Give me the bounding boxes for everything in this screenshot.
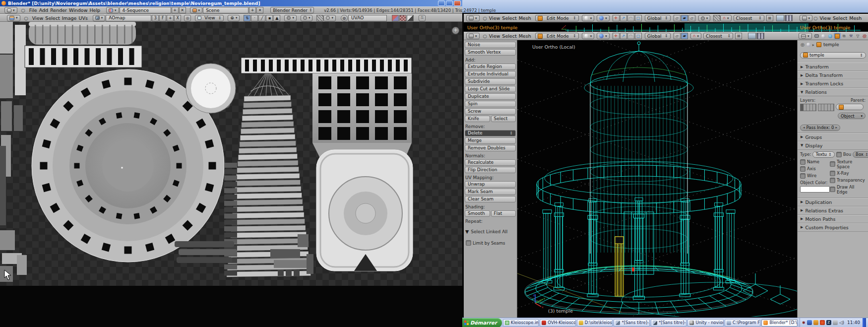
collapse-menus-icon[interactable]: ○ bbox=[20, 7, 26, 13]
back-viewport-strip[interactable]: User Ortho(3) temple User Ortho(3) templ… bbox=[464, 22, 868, 32]
menu-add[interactable]: Add bbox=[38, 7, 49, 13]
operator-panel-header[interactable]: ▼Select Linked All bbox=[465, 228, 515, 235]
pass-index-stepper[interactable]: ◂Pass Index: 0▸ bbox=[800, 125, 840, 131]
back2-menu-select[interactable]: Select bbox=[832, 15, 848, 21]
tool-extrude-individual[interactable]: Extrude Individual bbox=[465, 71, 516, 77]
tool-screw[interactable]: Screw bbox=[465, 108, 516, 115]
snap-peel-icon[interactable]: ⊞ bbox=[766, 15, 773, 21]
taskbar-button-folder[interactable]: D:\site\kleioscop... bbox=[577, 319, 613, 327]
uv-menu-image[interactable]: Image bbox=[61, 15, 78, 21]
screen-layout-name[interactable]: 4-Sequence bbox=[120, 7, 171, 13]
wire-checkbox[interactable] bbox=[800, 173, 806, 179]
panel-relations-extras[interactable]: ▶Relations Extras bbox=[798, 206, 868, 215]
pivot-selector[interactable]: ⊕▾ bbox=[228, 15, 240, 21]
front-scale-icon[interactable]: ▢ bbox=[635, 33, 642, 39]
front-layers-icon-2[interactable]: ▰ bbox=[681, 33, 688, 39]
panel-delta-transform[interactable]: ▶Delta Transform bbox=[798, 71, 868, 79]
menu-render[interactable]: Render bbox=[49, 7, 68, 13]
back-editor-type-selector[interactable]: ▾ bbox=[466, 15, 480, 21]
maximize-button[interactable] bbox=[446, 0, 453, 6]
front-render-image-icon[interactable] bbox=[748, 33, 756, 39]
back-snap-target-selector[interactable]: Closest↕ bbox=[734, 15, 764, 21]
back-menu-mesh[interactable]: Mesh bbox=[518, 15, 532, 21]
tool-knife[interactable]: Knife bbox=[465, 116, 490, 122]
new-image-button[interactable]: + bbox=[167, 15, 174, 21]
front-menu-mesh[interactable]: Mesh bbox=[518, 33, 532, 39]
layers-icon-3[interactable]: ▱ bbox=[688, 15, 695, 21]
front-shading-selector[interactable]: ▾ bbox=[582, 33, 595, 39]
object-data-tab-icon[interactable]: ▽ bbox=[854, 33, 861, 39]
taskbar-button-sans-titre-1[interactable]: *[Sans titre]-23... bbox=[614, 319, 650, 327]
object-tab-icon[interactable] bbox=[834, 33, 841, 39]
back-snap-toggle-icon[interactable] bbox=[713, 15, 720, 21]
front-orientation-selector[interactable]: Global↕ bbox=[645, 33, 671, 39]
fake-user-button[interactable]: F bbox=[159, 15, 166, 21]
snap-mode-selector[interactable]: ▾ bbox=[323, 15, 336, 21]
snap-uv-icon[interactable] bbox=[316, 15, 323, 21]
add-layout-button[interactable]: + bbox=[172, 7, 179, 13]
start-button[interactable]: Démarrer bbox=[462, 318, 502, 327]
front-snap-peel-icon[interactable]: ⊞ bbox=[735, 33, 742, 39]
viewport-3d[interactable]: User Ortho (Local) (3) temple z y x bbox=[517, 40, 797, 317]
back2-editor-type-selector[interactable]: ▾ bbox=[800, 15, 813, 21]
render-engine-selector[interactable]: Blender Render↕ bbox=[270, 7, 314, 13]
scene-name[interactable]: Scene bbox=[203, 7, 248, 13]
taskbar-button-unity[interactable]: Unity - novioreg... bbox=[687, 319, 724, 327]
tool-clear-seam[interactable]: Clear Seam bbox=[465, 196, 516, 202]
front-translate-icon[interactable]: ✛ bbox=[613, 33, 620, 39]
proportional-edit-selector[interactable]: ▾ bbox=[301, 15, 313, 21]
world-tab-icon[interactable] bbox=[827, 33, 834, 39]
front-render-anim-icon[interactable] bbox=[756, 33, 764, 39]
region-expand-icon[interactable]: + bbox=[452, 27, 459, 34]
menu-file[interactable]: File bbox=[28, 7, 38, 13]
display-axis-row[interactable]: Axis bbox=[800, 166, 829, 172]
back-collapse-menus-icon[interactable]: ○ bbox=[482, 15, 488, 21]
uv-collapse-menus-icon[interactable]: ○ bbox=[23, 15, 29, 21]
uv-view-mode-selector[interactable]: View↕ bbox=[195, 15, 224, 21]
texture-space-checkbox[interactable] bbox=[830, 161, 835, 167]
limit-by-seams-row[interactable]: Limit by Seams bbox=[466, 240, 516, 246]
draw-all-edges-checkbox[interactable] bbox=[830, 187, 835, 192]
front-mode-selector[interactable]: Edit Mode↕ bbox=[535, 33, 579, 39]
taskbar-button-kleioscope[interactable]: Kleioscope.ims - ... bbox=[503, 319, 539, 327]
back-orientation-selector[interactable]: Global↕ bbox=[645, 15, 671, 21]
transparency-checkbox[interactable] bbox=[830, 178, 835, 183]
uv-menu-view[interactable]: View bbox=[31, 15, 45, 21]
back-menu-view[interactable]: View bbox=[488, 15, 501, 21]
window-titlebar[interactable]: Blender* [D:\unity\Novioregum\Assets\ble… bbox=[0, 0, 462, 6]
layers-grid-left[interactable] bbox=[800, 104, 816, 111]
parent-type-selector[interactable]: Object▾ bbox=[838, 113, 866, 119]
back-menu-select[interactable]: Select bbox=[501, 15, 517, 21]
editor-type-selector[interactable]: ▾ bbox=[4, 7, 17, 13]
front-snap-element-selector[interactable]: ∩▾ bbox=[690, 33, 701, 39]
back2-menu-mesh[interactable]: Mesh bbox=[848, 15, 863, 21]
edge-select-icon[interactable]: ╱ bbox=[258, 15, 265, 21]
volume-tray-icon[interactable]: ◁) bbox=[839, 320, 844, 325]
material-tab-icon[interactable] bbox=[861, 33, 868, 39]
display-transparency-row[interactable]: Transparency bbox=[830, 178, 866, 183]
tool-extrude-region[interactable]: Extrude Region bbox=[465, 64, 516, 70]
axis-checkbox[interactable] bbox=[800, 166, 806, 172]
scene-tab-icon[interactable] bbox=[820, 33, 827, 39]
tool-shade-smooth[interactable]: Smooth bbox=[465, 210, 490, 217]
panel-display[interactable]: ▼Display bbox=[798, 141, 868, 150]
add-scene-button[interactable]: + bbox=[249, 7, 256, 13]
delete-scene-button[interactable]: ✕ bbox=[256, 7, 263, 13]
uv-editor-canvas[interactable]: + bbox=[0, 22, 462, 286]
uv-editor-type-selector[interactable]: ▾ bbox=[7, 15, 20, 21]
layers-grid-right[interactable] bbox=[818, 104, 834, 111]
paint-icon-1[interactable] bbox=[392, 15, 399, 21]
tool-knife-select[interactable]: Select bbox=[491, 116, 516, 122]
layers-icon-2[interactable]: ▰ bbox=[681, 15, 688, 21]
back2-menu-view[interactable]: View bbox=[818, 15, 832, 21]
bounds-type-selector[interactable]: Box↕ bbox=[853, 151, 868, 158]
zonealarm-tray-icon[interactable]: Z bbox=[826, 320, 831, 325]
panel-groups[interactable]: ▶Groups bbox=[798, 133, 868, 141]
uv-map-name[interactable]: UVAO bbox=[348, 15, 387, 21]
rotate-manipulator-icon[interactable]: ↗ bbox=[620, 15, 627, 21]
sticky-selection-selector[interactable]: ▾ bbox=[284, 15, 297, 21]
front-collapse-menus-icon[interactable]: ○ bbox=[482, 33, 488, 39]
xray-checkbox[interactable] bbox=[830, 171, 835, 176]
tool-merge[interactable]: Merge bbox=[465, 137, 516, 144]
face-select-icon[interactable]: ▪ bbox=[266, 15, 273, 21]
